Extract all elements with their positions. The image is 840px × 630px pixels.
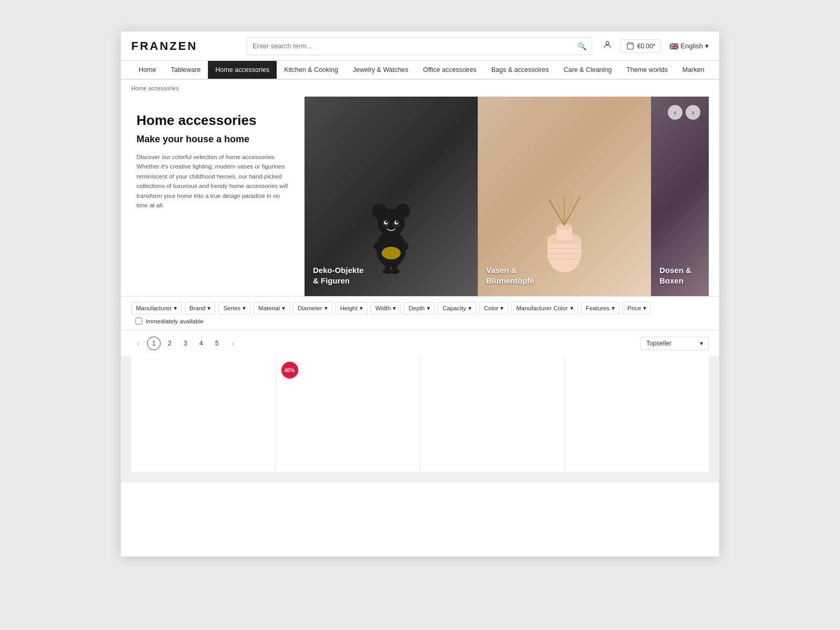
language-chevron-icon: ▾ [705, 42, 709, 50]
sort-label: Topseller [646, 340, 671, 347]
hero-description: Discover our colorful selection of home … [136, 152, 289, 210]
filters-bar: Manufacturer ▾ Brand ▾ Series ▾ Material… [121, 296, 719, 330]
chevron-icon: ▾ [500, 304, 503, 312]
chevron-icon: ▾ [243, 304, 246, 312]
svg-line-26 [564, 196, 575, 225]
filter-material[interactable]: Material ▾ [254, 302, 290, 314]
hero-subtitle: Make your house a home [136, 134, 289, 145]
svg-line-27 [549, 199, 564, 225]
breadcrumb: Home accessories [121, 80, 719, 97]
chevron-icon: ▾ [643, 304, 646, 312]
immediately-available-label: Immediately available [145, 318, 204, 324]
chevron-icon: ▾ [282, 304, 285, 312]
chevron-icon: ▾ [360, 304, 363, 312]
immediately-available-checkbox[interactable] [135, 318, 142, 324]
filter-width[interactable]: Width ▾ [371, 302, 401, 314]
chevron-icon: ▾ [207, 304, 211, 312]
svg-point-0 [606, 41, 609, 45]
next-page-button[interactable]: › [226, 337, 239, 350]
language-label: English [680, 42, 703, 50]
page-2-button[interactable]: 2 [163, 337, 176, 350]
filter-price[interactable]: Price ▾ [623, 302, 651, 314]
filter-features[interactable]: Features ▾ [581, 302, 620, 314]
filter-capacity[interactable]: Capacity ▾ [438, 302, 476, 314]
svg-point-5 [395, 204, 410, 218]
svg-point-18 [390, 269, 400, 274]
svg-point-4 [372, 204, 387, 218]
main-navigation: Home Tableware Home accessories Kitchen … [121, 61, 719, 80]
page-4-button[interactable]: 4 [194, 337, 208, 350]
nav-item-sale[interactable]: Sale [711, 61, 719, 79]
svg-point-12 [382, 247, 401, 259]
svg-line-28 [564, 196, 580, 225]
chevron-icon: ▾ [174, 304, 177, 312]
filter-manufacturer[interactable]: Manufacturer ▾ [131, 302, 182, 314]
prev-page-button[interactable]: ‹ [131, 337, 145, 350]
chevron-icon: ▾ [427, 304, 430, 312]
hero-section: Home accessories Make your house a home … [131, 97, 709, 296]
hero-category-vasen[interactable]: Vasen &Blumentöpfe [478, 97, 651, 296]
pagination: ‹ 1 2 3 4 5 › [131, 337, 239, 350]
chevron-icon: ▾ [393, 304, 396, 312]
search-bar[interactable]: 🔍 [247, 37, 592, 55]
svg-point-11 [396, 221, 398, 223]
nav-item-home-accessories[interactable]: Home accessories [208, 61, 277, 79]
product-card-4[interactable] [565, 356, 709, 472]
filter-depth[interactable]: Depth ▾ [404, 302, 435, 314]
category-label-dosen[interactable]: Dosen &Boxen [659, 265, 691, 286]
product-card-1[interactable] [131, 356, 275, 472]
nav-item-care[interactable]: Care & Cleaning [556, 61, 620, 79]
hero-category-deko[interactable]: Deko-Objekte& Figuren [304, 97, 478, 296]
user-icon[interactable] [603, 40, 612, 52]
chevron-icon: ▾ [570, 304, 573, 312]
nav-item-kitchen[interactable]: Kitchen & Cooking [277, 61, 345, 79]
category-label-vasen[interactable]: Vasen &Blumentöpfe [486, 265, 534, 286]
hero-navigation: ‹ › [668, 105, 700, 120]
filter-height[interactable]: Height ▾ [335, 302, 368, 314]
hero-prev-button[interactable]: ‹ [668, 105, 682, 120]
search-icon[interactable]: 🔍 [578, 42, 586, 50]
category-label-deko[interactable]: Deko-Objekte& Figuren [313, 265, 364, 286]
page-5-button[interactable]: 5 [210, 337, 224, 350]
pagination-sort-bar: ‹ 1 2 3 4 5 › Topseller ▾ [121, 330, 719, 356]
svg-point-10 [385, 221, 387, 223]
cart-button[interactable]: €0.00* [621, 39, 662, 52]
chevron-icon: ▾ [324, 304, 328, 312]
product-card-2[interactable]: 40% [276, 356, 420, 472]
sort-chevron-icon: ▾ [700, 340, 703, 347]
chevron-icon: ▾ [468, 304, 471, 312]
svg-point-14 [400, 242, 408, 250]
nav-item-marken[interactable]: Marken [675, 61, 712, 79]
filter-diameter[interactable]: Diameter ▾ [293, 302, 332, 314]
immediately-available-filter[interactable]: Immediately available [135, 318, 204, 324]
hero-text: Home accessories Make your house a home … [131, 97, 304, 296]
filter-manufacturer-color[interactable]: Manufacturer Color ▾ [511, 302, 578, 314]
hero-title: Home accessories [136, 112, 289, 129]
chevron-icon: ▾ [612, 304, 615, 312]
filter-color[interactable]: Color ▾ [479, 302, 508, 314]
filter-series[interactable]: Series ▾ [218, 302, 250, 314]
hero-images: ‹ › [304, 97, 709, 296]
sort-dropdown[interactable]: Topseller ▾ [640, 337, 709, 350]
nav-item-bags[interactable]: Bags & accessoires [484, 61, 556, 79]
header-actions: €0.00* 🇬🇧 English ▾ [603, 39, 709, 52]
language-selector[interactable]: 🇬🇧 English ▾ [669, 42, 709, 50]
filter-brand[interactable]: Brand ▾ [185, 302, 216, 314]
brand-logo: FRANZEN [131, 39, 236, 53]
page-1-button[interactable]: 1 [147, 337, 161, 350]
header: FRANZEN 🔍 €0.00* 🇬🇧 English ▾ [121, 32, 719, 61]
hero-category-dosen[interactable]: Dosen &Boxen [651, 97, 709, 296]
svg-point-13 [374, 242, 382, 250]
hero-next-button[interactable]: › [686, 105, 700, 120]
cart-amount: €0.00* [637, 43, 656, 50]
product-card-3[interactable] [421, 356, 564, 472]
nav-item-jewelry[interactable]: Jewelry & Watches [345, 61, 416, 79]
search-input[interactable] [253, 42, 578, 50]
page-3-button[interactable]: 3 [178, 337, 192, 350]
nav-item-theme[interactable]: Theme worlds [619, 61, 675, 79]
nav-item-tableware[interactable]: Tableware [163, 61, 208, 79]
browser-window: FRANZEN 🔍 €0.00* 🇬🇧 English ▾ [121, 32, 719, 556]
nav-item-office[interactable]: Office accessoires [416, 61, 484, 79]
product-grid: 40% [121, 356, 719, 482]
nav-item-home[interactable]: Home [131, 61, 163, 79]
